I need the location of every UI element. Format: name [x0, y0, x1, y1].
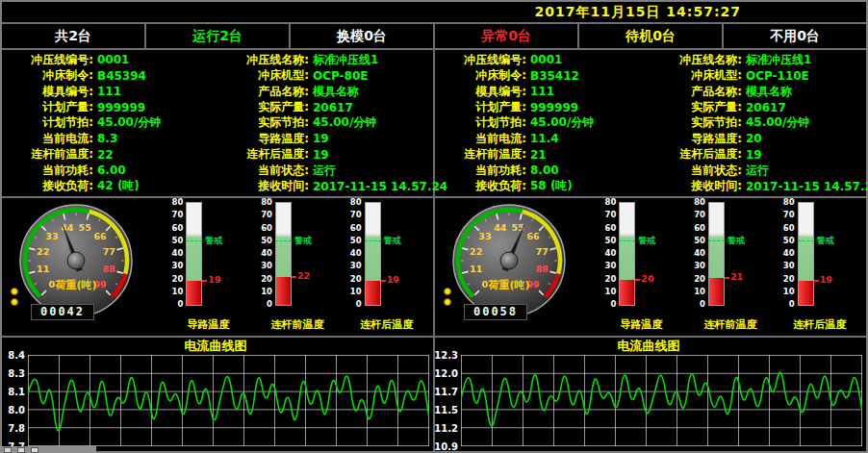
- info-label: 冲床制令:: [435, 67, 526, 84]
- info-value: 2017-11-15 14.57.24: [309, 180, 447, 193]
- svg-text:88: 88: [103, 264, 116, 274]
- info-row: 接收负荷:42 (吨): [2, 179, 217, 193]
- thermometer-label: 连杆前温度: [689, 317, 772, 332]
- taskbar-icon[interactable]: [17, 447, 25, 453]
- thermometer: 80706050403020100警戒22连杆前温度: [256, 199, 339, 333]
- scale-tick: 50: [261, 236, 272, 245]
- thermometer-tube: 警戒22: [275, 199, 337, 311]
- scale-tick: 70: [171, 210, 183, 219]
- chart-area: 8.48.38.18.07.87.7: [2, 355, 429, 446]
- info-value: 45.00/分钟: [742, 114, 809, 131]
- thermometer: 80706050403020100警戒21连杆前温度: [689, 199, 772, 333]
- info-value: 45.00/分钟: [526, 114, 594, 131]
- y-tick: 7.8: [8, 423, 25, 434]
- y-tick: 12.3: [434, 350, 458, 361]
- info-label: 接收时间:: [217, 178, 309, 194]
- scale-tick: 10: [261, 287, 272, 296]
- info-value: 模具名称: [309, 84, 359, 100]
- status-running[interactable]: 运行2台: [146, 24, 291, 48]
- scale-tick: 40: [171, 248, 183, 258]
- info-value: 45.00/分钟: [93, 114, 161, 131]
- info-value: 19: [309, 132, 329, 145]
- machine-panel-2: 冲压线编号:0001冲床制令:B35412模具编号:111计划产量:999999…: [435, 50, 866, 451]
- warning-line: [708, 240, 725, 241]
- thermometer-tube: 警戒21: [708, 199, 770, 311]
- thermometer: 80706050403020100警戒19连杆后温度: [779, 199, 861, 333]
- info-label: 冲床机型:: [651, 67, 742, 84]
- info-label: 冲压线名称:: [651, 52, 742, 68]
- scale-tick: 20: [604, 274, 616, 284]
- y-tick: 11.5: [434, 405, 458, 415]
- datetime: 2017年11月15日 14:57:27: [535, 4, 741, 21]
- info-row: 冲压线编号:0001: [2, 53, 217, 67]
- scale-tick: 70: [261, 210, 272, 219]
- scale-tick: 40: [604, 248, 616, 258]
- machine-meters: 0112233445566778899荷重(吨) 00042 807060504…: [2, 198, 433, 338]
- thermometer: 80706050403020100警戒20导路温度: [600, 199, 682, 333]
- tube: [798, 202, 814, 306]
- thermometer-body: 80706050403020100警戒19: [779, 199, 861, 315]
- chart-title: 电流曲线图: [435, 338, 862, 355]
- info-row: 冲压线编号:0001: [435, 53, 651, 67]
- info-value: 999999: [93, 101, 145, 114]
- info-row: 当前状态:运行: [651, 164, 866, 178]
- status-unused[interactable]: 不用0台: [724, 24, 866, 48]
- scale-tick: 20: [261, 274, 272, 284]
- thermometer-body: 80706050403020100警戒20: [600, 199, 682, 315]
- temperature-fill: [709, 278, 724, 305]
- y-tick: 12.0: [434, 368, 458, 379]
- info-label: 计划节拍:: [435, 114, 526, 131]
- temperature-value: 19: [208, 275, 220, 285]
- info-value: 运行: [309, 163, 336, 179]
- status-abnormal[interactable]: 异常0台: [435, 24, 579, 48]
- status-mold-change[interactable]: 换模0台: [291, 24, 435, 48]
- chart-y-axis: 12.312.011.711.511.210.9: [435, 355, 461, 446]
- info-value: 45.00/分钟: [309, 114, 376, 131]
- info-row: 当前功耗:6.00: [2, 164, 217, 178]
- thermometer-scale: 80706050403020100: [166, 199, 185, 311]
- scale-tick: 80: [171, 197, 183, 207]
- taskbar-fragment[interactable]: [0, 446, 96, 453]
- info-value: B35412: [526, 69, 579, 83]
- info-row: 连杆后温度:19: [217, 147, 433, 162]
- info-value: OCP-80E: [309, 69, 368, 83]
- taskbar-icon[interactable]: [4, 447, 12, 453]
- svg-text:荷重(吨): 荷重(吨): [54, 279, 96, 291]
- load-gauge-dial: 0112233445566778899荷重(吨): [4, 199, 148, 320]
- scale-tick: 10: [783, 287, 795, 296]
- status-total[interactable]: 共2台: [2, 24, 146, 48]
- info-label: 实际节拍:: [651, 114, 742, 131]
- temperature-marker: [725, 277, 729, 279]
- info-row: 当前电流:8.3: [2, 132, 217, 146]
- info-row: 模具编号:111: [435, 85, 651, 99]
- info-label: 导路温度:: [651, 131, 742, 147]
- taskbar-icon[interactable]: [31, 447, 38, 453]
- warning-line: [619, 240, 635, 241]
- scale-tick: 30: [694, 261, 705, 270]
- temperature-fill: [366, 281, 380, 305]
- temperature-fill: [620, 280, 634, 306]
- thermometer-tube: 警戒19: [365, 199, 426, 311]
- info-label: 当前功耗:: [435, 163, 526, 179]
- svg-text:77: 77: [536, 246, 549, 257]
- scale-tick: 0: [177, 299, 183, 309]
- scale-tick: 20: [694, 274, 705, 284]
- scale-tick: 70: [350, 210, 362, 219]
- info-value: 111: [93, 85, 121, 98]
- y-tick: 11.2: [434, 423, 458, 434]
- scale-tick: 60: [783, 223, 795, 233]
- info-label: 模具编号:: [435, 84, 526, 100]
- svg-text:荷重(吨): 荷重(吨): [487, 279, 529, 291]
- thermometer: 80706050403020100警戒19连杆后温度: [345, 199, 428, 333]
- scale-tick: 70: [783, 210, 795, 219]
- info-value: B45394: [93, 69, 146, 83]
- thermometer-tube: 警戒19: [798, 199, 859, 311]
- info-label: 当前状态:: [651, 163, 742, 179]
- info-row: 冲压线名称:标准冲压线1: [217, 53, 433, 67]
- scale-tick: 50: [694, 236, 705, 245]
- svg-text:22: 22: [470, 246, 482, 257]
- thermometers: 80706050403020100警戒20导路温度807060504030201…: [597, 199, 864, 335]
- status-standby[interactable]: 待机0台: [579, 24, 724, 48]
- scale-tick: 0: [267, 299, 272, 309]
- current-waveform: [28, 355, 429, 446]
